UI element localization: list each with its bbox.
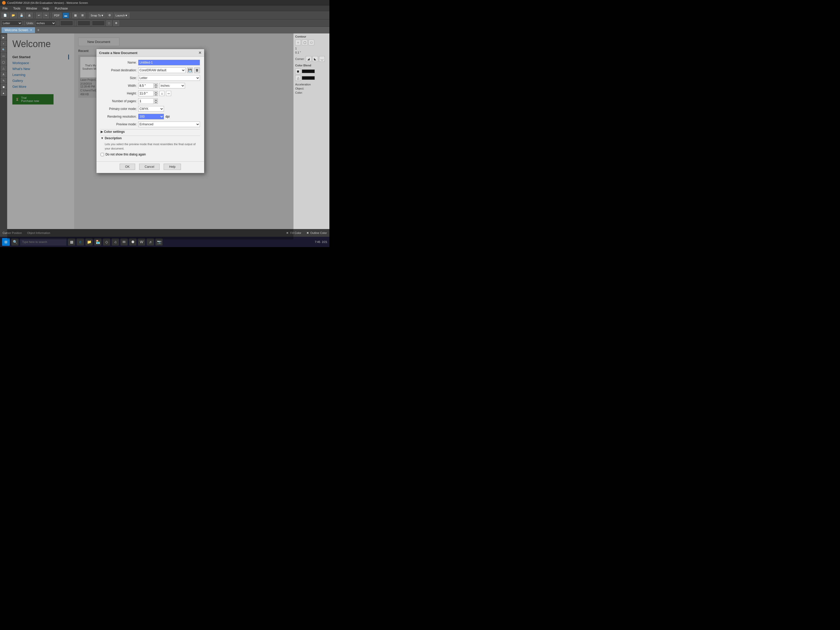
resolution-select[interactable]: 300 — [138, 114, 164, 119]
crop-btn[interactable]: □ — [106, 21, 112, 26]
undo-btn[interactable]: ↩ — [36, 13, 42, 18]
pages-down-btn[interactable]: ▼ — [154, 101, 158, 104]
grid-btn[interactable]: ⊠ — [79, 13, 85, 18]
margin1[interactable]: 0.25 " — [77, 21, 90, 26]
size-row: Size: Letter — [101, 75, 200, 81]
units-selector[interactable]: inches — [35, 21, 56, 26]
height-up-btn[interactable]: ▲ — [154, 91, 158, 93]
music-icon[interactable]: ♬ — [147, 238, 154, 246]
taskbar-search-input[interactable] — [20, 238, 66, 246]
object-color-swatch[interactable] — [302, 69, 315, 73]
corner-round-btn[interactable]: ◣ — [313, 56, 318, 62]
fill-tool[interactable]: ◼ — [1, 84, 6, 90]
color-mode-row: Primary color mode: CMYK — [101, 106, 200, 112]
width-input[interactable] — [138, 83, 154, 88]
preset-label: Preset destination: — [101, 68, 137, 72]
eyedropper-tool[interactable]: ▲ — [1, 90, 6, 96]
portrait-btn[interactable]: △ — [159, 91, 164, 96]
outline-color-swatch[interactable] — [302, 76, 315, 80]
zoom-btn[interactable]: ⊕ — [113, 21, 119, 26]
menu-tools[interactable]: Tools — [12, 7, 21, 10]
zoom-tool[interactable]: 🔍 — [1, 47, 6, 52]
settings-btn[interactable]: ⚙ — [107, 13, 113, 18]
name-label: Name: — [101, 61, 137, 64]
preset-delete-btn[interactable]: 🗑 — [194, 68, 200, 73]
camera-icon[interactable]: 📷 — [155, 238, 163, 246]
cancel-button[interactable]: Cancel — [139, 164, 159, 170]
add-tab-btn[interactable]: + — [36, 28, 40, 32]
launch-btn[interactable]: Launch ▼ — [114, 13, 129, 18]
select-tool[interactable]: ▶ — [1, 35, 6, 40]
width-spinner: ▲ ▼ — [138, 83, 158, 88]
word-icon[interactable]: W — [138, 238, 145, 246]
size-select[interactable]: Letter — [138, 75, 200, 81]
menu-window[interactable]: Window — [25, 7, 38, 10]
pages-spinner: ▲ ▼ — [138, 98, 158, 104]
redo-btn[interactable]: ↪ — [43, 13, 49, 18]
pen-tool[interactable]: ✎ — [1, 78, 6, 84]
description-text: Lets you select the preview mode that mo… — [105, 142, 200, 150]
polygon-tool[interactable]: △ — [1, 65, 6, 71]
corner-label: Corner: — [295, 57, 305, 60]
landscape-btn[interactable]: ▭ — [166, 91, 171, 96]
print-btn[interactable]: 🖶 — [26, 13, 33, 18]
shape-tool[interactable]: ▪ — [1, 41, 6, 46]
taskbar-search-icon: 🔍 — [11, 238, 19, 246]
main-toolbar: 📄 📂 💾 🖶 ↩ ↪ PDF ▬ ▦ ⊠ Snap To ▼ ⚙ Launch… — [0, 11, 329, 20]
modal-body: Name: Preset destination: CorelDRAW defa… — [96, 57, 204, 161]
spotify-icon[interactable]: ♫ — [112, 238, 119, 246]
font-selector[interactable]: Letter — [2, 21, 22, 26]
tab-close-icon[interactable]: × — [30, 28, 32, 32]
pdf-btn[interactable]: PDF — [52, 13, 62, 18]
corner-bevel-btn[interactable]: ◡ — [319, 56, 325, 62]
preset-save-btn[interactable]: 💾 — [187, 68, 193, 73]
dropbox-icon[interactable]: ◇ — [103, 238, 110, 246]
pages-up-btn[interactable]: ▲ — [154, 99, 158, 101]
do-not-show-checkbox[interactable] — [101, 153, 104, 156]
file-explorer-icon[interactable]: 📁 — [85, 238, 93, 246]
contour-to-center-btn[interactable]: ○ — [295, 39, 301, 45]
position-x[interactable]: 0.0 " — [60, 21, 73, 26]
chrome-icon[interactable]: ⚉ — [129, 238, 136, 246]
new-btn[interactable]: 📄 — [2, 13, 9, 18]
height-input[interactable] — [138, 91, 154, 96]
width-up-btn[interactable]: ▲ — [154, 83, 158, 86]
description-header[interactable]: ▼ Description — [101, 136, 200, 141]
name-input[interactable] — [138, 60, 200, 65]
preview-mode-select[interactable]: Enhanced — [138, 122, 200, 127]
mail-icon[interactable]: ✉ — [120, 238, 128, 246]
save-btn[interactable]: 💾 — [18, 13, 25, 18]
menu-help[interactable]: Help — [42, 7, 50, 10]
outline-color-icon: ✖ — [306, 231, 309, 235]
menu-file[interactable]: File — [2, 7, 8, 10]
snap-to-btn[interactable]: Snap To ▼ — [89, 13, 106, 18]
width-unit-select[interactable]: inches — [159, 83, 185, 88]
text-tool[interactable]: A — [1, 71, 6, 77]
modal-close-btn[interactable]: ✕ — [199, 51, 202, 55]
open-btn[interactable]: 📂 — [10, 13, 17, 18]
contour-inside-btn[interactable]: ▢ — [302, 39, 308, 45]
preset-select[interactable]: CorelDRAW default — [138, 68, 186, 73]
menu-purchase[interactable]: Purchase — [54, 7, 69, 10]
store-icon[interactable]: 🏪 — [94, 238, 101, 246]
ok-button[interactable]: OK — [120, 164, 135, 170]
height-down-btn[interactable]: ▼ — [154, 93, 158, 96]
task-view-btn[interactable]: ▩ — [68, 238, 75, 246]
taskbar-right: 7:45 2/21 — [315, 240, 327, 243]
rect-tool[interactable]: ▭ — [1, 53, 6, 59]
help-button[interactable]: Help — [164, 164, 181, 170]
corner-miter-btn[interactable]: ◢ — [306, 56, 311, 62]
margin2[interactable]: 0.25 " — [92, 21, 105, 26]
welcome-tab[interactable]: Welcome Screen × — [2, 27, 35, 33]
width-down-btn[interactable]: ▼ — [154, 86, 158, 88]
view-btn[interactable]: ▦ — [72, 13, 79, 18]
color-btn[interactable]: ▬ — [63, 13, 69, 18]
ellipse-tool[interactable]: ◯ — [1, 59, 6, 65]
pages-input[interactable] — [138, 98, 154, 104]
contour-outside-btn[interactable]: □ — [309, 39, 314, 45]
divider1 — [34, 13, 35, 18]
height-spinner: ▲ ▼ — [138, 91, 158, 96]
color-mode-select[interactable]: CMYK — [138, 106, 164, 112]
edge-icon[interactable]: e — [77, 238, 84, 246]
color-settings-header[interactable]: ▶ Color settings — [101, 129, 200, 134]
